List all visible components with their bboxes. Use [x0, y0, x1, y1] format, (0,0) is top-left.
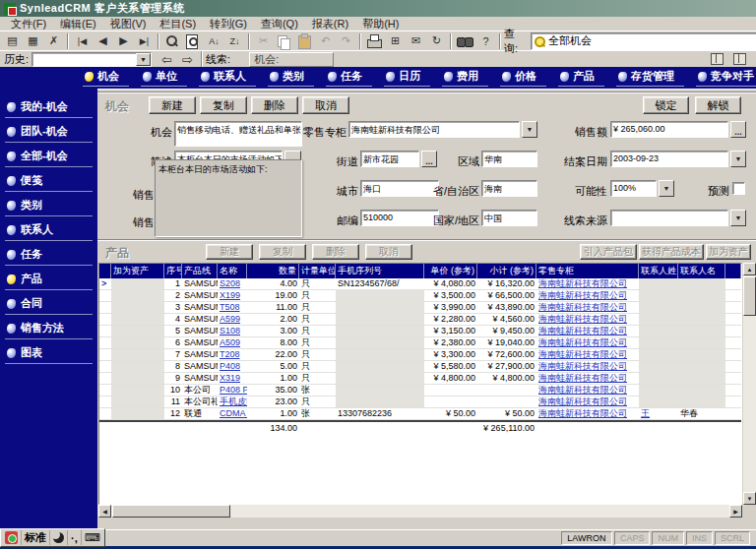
sidebar-item-全部-机会[interactable]: 全部-机会: [5, 143, 93, 167]
new-button[interactable]: 新建: [149, 96, 196, 114]
ime-logo-segment[interactable]: [2, 530, 22, 545]
forecast-checkbox[interactable]: [732, 182, 745, 195]
cell-name[interactable]: X199: [218, 290, 247, 301]
menu-item[interactable]: 栏目(S): [153, 17, 203, 31]
column-header[interactable]: [725, 264, 741, 278]
table-row[interactable]: >1SAMSUNGS2084.00只SN1234567/68/¥ 4,080.0…: [99, 278, 741, 290]
probability-dropdown-button[interactable]: [659, 180, 674, 197]
cell-counter[interactable]: 海南蛙新科技有限公司: [536, 337, 639, 348]
product-new-button[interactable]: 新建: [206, 244, 253, 260]
tab-任务[interactable]: 任务: [326, 68, 372, 87]
horizontal-scroll-thumb[interactable]: [112, 505, 230, 518]
cell-counter[interactable]: 海南蛙新科技有限公司: [536, 349, 639, 360]
region-field[interactable]: 华南: [481, 151, 537, 167]
ime-punct-button[interactable]: ·,: [68, 530, 82, 545]
cell-counter[interactable]: 海南蛙新科技有限公司: [536, 408, 639, 419]
cancel-button[interactable]: 取消: [302, 96, 349, 114]
tab-机会[interactable]: 机会: [83, 68, 129, 87]
sidebar-item-销售方法[interactable]: 销售方法: [5, 315, 93, 339]
ime-keyboard-button[interactable]: ⌨: [82, 530, 103, 545]
column-header[interactable]: 联系人姓: [639, 264, 678, 278]
print-preview-icon[interactable]: [183, 32, 204, 50]
cell-counter[interactable]: 海南蛙新科技有限公司: [536, 326, 639, 336]
cell-name[interactable]: A599: [218, 314, 247, 325]
table-row[interactable]: 9SAMSUNGX3191.00只¥ 4,800.00¥ 4,800.00海南蛙…: [99, 373, 741, 385]
column-header[interactable]: [99, 264, 111, 278]
first-record-icon[interactable]: |◀: [72, 32, 93, 50]
menu-item[interactable]: 转到(G): [203, 17, 254, 31]
delete-button[interactable]: 删除: [251, 96, 298, 114]
retail-counter-field[interactable]: 海南蛙新科技有限公司: [348, 121, 520, 138]
sort-desc-icon[interactable]: Z↓: [224, 32, 245, 50]
retail-counter-dropdown-button[interactable]: [522, 121, 537, 138]
column-header[interactable]: 名称: [218, 264, 247, 278]
vertical-scroll-thumb[interactable]: [743, 276, 756, 316]
history-dropdown-button[interactable]: [136, 53, 151, 66]
prev-record-icon[interactable]: ◀: [93, 32, 113, 50]
table-row[interactable]: 8SAMSUNGP4085.00只¥ 5,580.00¥ 27,900.00海南…: [99, 361, 741, 373]
product-copy-button[interactable]: 复制: [259, 244, 306, 260]
cell-counter[interactable]: 海南蛙新科技有限公司: [536, 314, 639, 325]
cell-name[interactable]: T208: [218, 349, 247, 360]
forward-icon[interactable]: ⇨: [177, 50, 198, 68]
ime-mode-button[interactable]: 标准: [22, 530, 50, 545]
next-record-icon[interactable]: ▶: [113, 32, 134, 50]
table-row[interactable]: 7SAMSUNGT20822.00只¥ 3,300.00¥ 72,600.00海…: [99, 349, 741, 361]
print-icon[interactable]: [364, 32, 385, 50]
cell-counter[interactable]: 海南蛙新科技有限公司: [536, 302, 639, 313]
sales-amount-ellipsis-button[interactable]: [730, 121, 746, 138]
cell-counter[interactable]: 海南蛙新科技有限公司: [536, 385, 639, 396]
vertical-scrollbar[interactable]: ▲ ▼: [743, 263, 756, 505]
column-header[interactable]: 数量: [247, 264, 299, 278]
table-row[interactable]: 2SAMSUNGX19919.00只¥ 3,500.00¥ 66,500.00海…: [99, 290, 741, 302]
column-header[interactable]: 联系人名: [678, 264, 725, 278]
new-record-icon[interactable]: ▤: [2, 32, 23, 50]
tab-费用[interactable]: 费用: [442, 68, 488, 87]
table-row[interactable]: 4SAMSUNGA5992.00只¥ 2,280.00¥ 4,560.00海南蛙…: [99, 314, 741, 326]
cell-name[interactable]: P408 POP: [218, 385, 247, 396]
tab-联系人[interactable]: 联系人: [199, 68, 256, 87]
table-row[interactable]: 12联通CDMA SIM卡1.00张13307682236¥ 50.00¥ 50…: [99, 408, 741, 420]
cell-name[interactable]: CDMA SIM卡: [218, 408, 247, 419]
column-header[interactable]: 单价 (参考): [424, 264, 477, 278]
province-field[interactable]: 海南: [481, 180, 537, 197]
table-row[interactable]: 6SAMSUNGA5098.00只¥ 2,380.00¥ 19,040.00海南…: [99, 337, 741, 349]
cell-name[interactable]: A509: [218, 337, 247, 348]
table-row[interactable]: 5SAMSUNGS1083.00只¥ 3,150.00¥ 9,450.00海南蛙…: [99, 326, 741, 337]
column-header[interactable]: 序号: [164, 264, 182, 278]
history-combo[interactable]: [32, 52, 152, 67]
cell-name[interactable]: S108: [218, 326, 247, 336]
zoom-icon[interactable]: [162, 32, 183, 50]
close-date-dropdown-button[interactable]: [730, 151, 746, 167]
column-header[interactable]: 小计 (参考): [477, 264, 536, 278]
brief-popup[interactable]: 本柜台本日的市场活动如下:: [155, 159, 302, 237]
cell-counter[interactable]: 海南蛙新科技有限公司: [536, 290, 639, 301]
column-header[interactable]: 手机序列号: [336, 264, 424, 278]
back-icon[interactable]: ⇦: [157, 50, 177, 68]
cell-name[interactable]: 手机皮套A: [218, 396, 247, 407]
tab-存货管理[interactable]: 存货管理: [616, 68, 684, 87]
refresh-icon[interactable]: ↻: [426, 32, 447, 50]
sidebar-item-图表[interactable]: 图表: [5, 339, 93, 364]
cell-name[interactable]: S208: [218, 278, 247, 289]
scroll-down-icon[interactable]: ▼: [743, 492, 756, 505]
cell-counter[interactable]: 海南蛙新科技有限公司: [536, 361, 639, 372]
cell-counter[interactable]: 海南蛙新科技有限公司: [536, 373, 639, 384]
opportunity-field[interactable]: 销售移动电话、赠送礼品和单张: [174, 121, 302, 147]
column-header[interactable]: 计量单位: [299, 264, 336, 278]
column-header[interactable]: 产品线: [182, 264, 218, 278]
scroll-right-icon[interactable]: ▶: [729, 505, 742, 518]
table-row[interactable]: 3SAMSUNGT50811.00只¥ 3,990.00¥ 43,890.00海…: [99, 302, 741, 314]
sidebar-item-联系人[interactable]: 联系人: [5, 216, 93, 241]
cell-counter[interactable]: 海南蛙新科技有限公司: [536, 396, 639, 407]
query-combo[interactable]: 全部机会: [531, 32, 756, 50]
menu-item[interactable]: 报表(R): [305, 17, 355, 31]
tab-价格[interactable]: 价格: [500, 68, 546, 87]
last-record-icon[interactable]: ▶|: [134, 32, 155, 50]
tab-竞争对手[interactable]: 竞争对手: [696, 68, 756, 87]
cell-last[interactable]: 王: [639, 408, 678, 419]
sidebar-item-团队-机会[interactable]: 团队-机会: [5, 118, 93, 143]
lead-source-field[interactable]: [610, 210, 728, 226]
horizontal-scrollbar[interactable]: ◀ ▶: [98, 505, 742, 518]
street-field[interactable]: 新市花园: [360, 151, 419, 167]
